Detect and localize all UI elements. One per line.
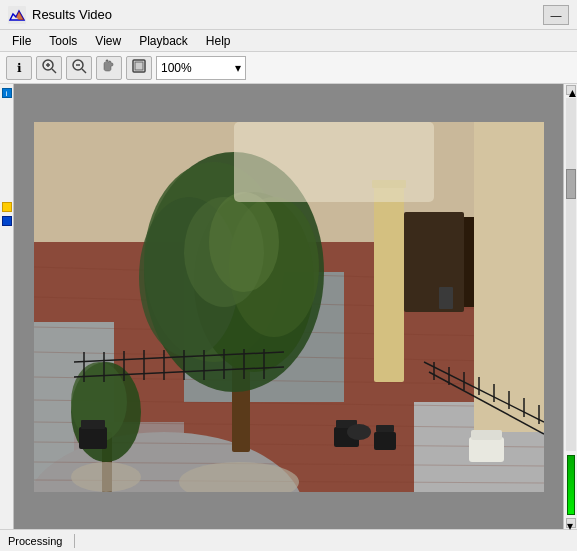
svg-point-41 [209, 192, 279, 292]
level-indicator [567, 455, 575, 515]
main-area: i [0, 84, 577, 529]
scroll-thumb[interactable] [566, 169, 576, 199]
menu-tools[interactable]: Tools [41, 30, 85, 51]
menu-view[interactable]: View [87, 30, 129, 51]
svg-rect-32 [404, 212, 464, 312]
svg-rect-31 [474, 122, 544, 432]
processing-status: Processing [8, 535, 62, 547]
menu-help[interactable]: Help [198, 30, 239, 51]
info-button[interactable]: ℹ [6, 56, 32, 80]
zoom-out-icon [71, 58, 87, 77]
matlab-logo-icon [8, 6, 26, 24]
svg-rect-79 [439, 287, 453, 309]
sidebar-indicator-2 [2, 216, 12, 226]
left-sidebar: i [0, 84, 14, 529]
right-scrollbar[interactable]: ▲ ▾ [563, 84, 577, 529]
svg-rect-11 [135, 62, 143, 70]
info-icon: ℹ [17, 61, 22, 75]
scroll-up-button[interactable]: ▲ [566, 85, 576, 95]
sidebar-info-button[interactable]: i [2, 88, 12, 98]
image-container [14, 84, 563, 529]
toolbar: ℹ 100% ▾ [0, 52, 577, 84]
status-divider [74, 534, 75, 548]
status-bar: Processing [0, 529, 577, 551]
svg-rect-78 [234, 122, 434, 202]
svg-rect-70 [376, 425, 394, 432]
svg-rect-69 [374, 432, 396, 450]
zoom-out-button[interactable] [66, 56, 92, 80]
fit-icon [131, 58, 147, 77]
atrium-image [34, 122, 544, 492]
zoom-in-icon [41, 58, 57, 77]
pan-button[interactable] [96, 56, 122, 80]
menu-bar: File Tools View Playback Help [0, 30, 577, 52]
svg-rect-74 [79, 427, 107, 449]
pan-icon [101, 58, 117, 77]
title-bar-left: Results Video [8, 6, 112, 24]
svg-rect-73 [471, 430, 502, 440]
title-bar: Results Video — [0, 0, 577, 30]
scroll-down-button[interactable]: ▾ [566, 518, 576, 528]
zoom-value: 100% [161, 61, 192, 75]
svg-rect-29 [374, 182, 404, 382]
svg-line-8 [82, 69, 86, 73]
window-title: Results Video [32, 7, 112, 22]
svg-rect-72 [469, 437, 504, 462]
scroll-track [566, 98, 576, 451]
sidebar-indicator-1 [2, 202, 12, 212]
zoom-select[interactable]: 100% ▾ [156, 56, 246, 80]
svg-point-77 [71, 462, 141, 492]
title-bar-controls: — [543, 5, 569, 25]
svg-rect-75 [81, 420, 105, 429]
minimize-button[interactable]: — [543, 5, 569, 25]
svg-point-71 [347, 424, 371, 440]
fit-to-window-button[interactable] [126, 56, 152, 80]
menu-playback[interactable]: Playback [131, 30, 196, 51]
svg-line-4 [52, 69, 56, 73]
menu-file[interactable]: File [4, 30, 39, 51]
zoom-dropdown-icon: ▾ [235, 61, 241, 75]
zoom-in-button[interactable] [36, 56, 62, 80]
svg-rect-33 [464, 217, 474, 307]
